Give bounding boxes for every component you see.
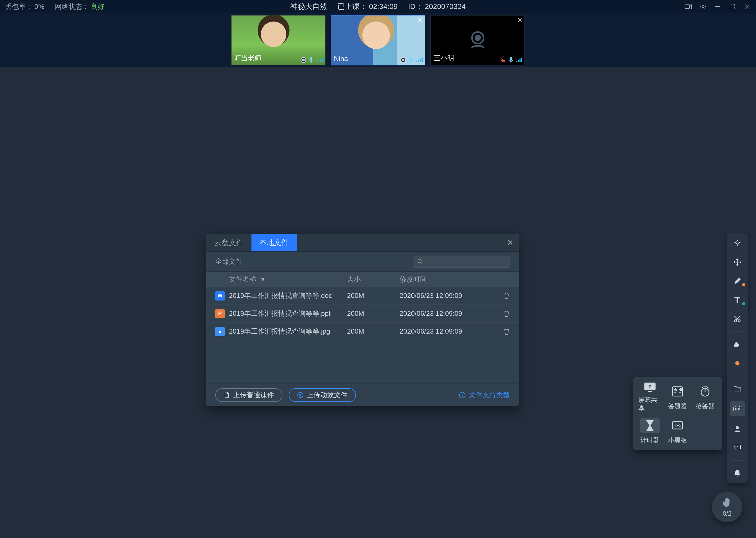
folder-tool[interactable] xyxy=(730,383,745,395)
search-icon xyxy=(417,258,423,265)
fullscreen-icon[interactable] xyxy=(729,3,736,10)
pointer-tool[interactable] xyxy=(730,237,745,249)
signal-icon xyxy=(416,58,423,62)
svg-point-14 xyxy=(735,361,739,365)
close-tile-icon[interactable]: ✕ xyxy=(417,17,423,24)
bell-tool[interactable] xyxy=(730,467,745,479)
eraser-tool[interactable] xyxy=(730,338,745,351)
camera-tile-teacher[interactable]: 叮当老师 xyxy=(231,15,325,65)
camera-strip: 叮当老师 ✕ Nina ✕ 王小明 xyxy=(0,13,756,67)
all-files-label[interactable]: 全部文件 xyxy=(215,257,243,266)
packet-loss-value: 0% xyxy=(34,3,44,11)
tool-rail xyxy=(727,233,748,483)
color-tool[interactable] xyxy=(730,357,745,370)
move-tool[interactable] xyxy=(730,256,745,268)
file-table-header: 文件名称 ▾ 大小 修改时间 xyxy=(206,272,519,287)
delete-file-icon[interactable] xyxy=(484,310,510,317)
svg-point-16 xyxy=(735,408,736,409)
packet-loss-label: 丢包率： xyxy=(5,3,32,11)
col-modified[interactable]: 修改时间 xyxy=(400,275,484,284)
signal-icon xyxy=(316,58,323,62)
pen-tool[interactable] xyxy=(730,275,745,288)
file-modified: 2020/06/23 12:09:09 xyxy=(400,327,484,336)
webcam-on-icon xyxy=(400,57,406,63)
chat-tool[interactable] xyxy=(730,441,745,454)
file-name: 2019年工作汇报情况查询等等.doc xyxy=(229,291,347,300)
play-circle-icon xyxy=(297,392,304,398)
mic-icon xyxy=(309,56,314,63)
webcam-on-icon xyxy=(301,57,306,63)
mini-board[interactable]: 2+3 小黑板 xyxy=(666,417,689,446)
status-dot-icon xyxy=(742,302,745,305)
file-type-icon: P xyxy=(215,309,225,318)
delete-file-icon[interactable] xyxy=(484,328,510,335)
camera-toggle-icon[interactable] xyxy=(685,3,692,10)
participant-name: Nina xyxy=(334,55,348,63)
svg-text:2+3: 2+3 xyxy=(674,423,682,428)
col-size[interactable]: 大小 xyxy=(347,275,400,284)
svg-point-6 xyxy=(475,35,480,40)
file-size: 200M xyxy=(347,327,400,336)
search-input[interactable] xyxy=(413,256,510,268)
mic-icon xyxy=(508,56,513,63)
close-tile-icon[interactable]: ✕ xyxy=(517,17,522,24)
svg-rect-15 xyxy=(734,407,741,411)
minimize-icon[interactable] xyxy=(714,3,721,10)
delete-file-icon[interactable] xyxy=(484,293,510,299)
participant-name: 叮当老师 xyxy=(234,54,261,63)
status-dot-icon xyxy=(742,283,745,286)
hand-raise-chip[interactable]: 0/2 xyxy=(712,492,742,522)
dialog-close-icon[interactable]: ✕ xyxy=(507,234,513,251)
cut-tool[interactable] xyxy=(730,313,745,325)
file-row[interactable]: P2019年工作汇报情况查询等等.ppt200M2020/06/23 12:09… xyxy=(206,305,519,323)
mic-muted-icon xyxy=(500,56,506,63)
sort-down-icon: ▾ xyxy=(261,275,264,283)
elapsed-label: 已上课： xyxy=(338,2,367,11)
timer-tool[interactable]: 计时器 xyxy=(638,417,661,446)
svg-rect-4 xyxy=(410,57,412,61)
text-tool[interactable] xyxy=(730,294,745,306)
participants-tool[interactable] xyxy=(730,422,745,435)
tab-cloud-files[interactable]: 云盘文件 xyxy=(206,234,252,251)
close-window-icon[interactable] xyxy=(743,3,751,10)
file-types-link[interactable]: 文件支持类型 xyxy=(459,390,510,400)
file-row[interactable]: W2019年工作汇报情况查询等等.doc200M2020/06/23 12:09… xyxy=(206,287,519,305)
svg-text:A: A xyxy=(675,388,677,391)
file-row[interactable]: ▲2019年工作汇报情况查询等等.jpg200M2020/06/23 12:09… xyxy=(206,323,519,341)
main-stage: 云盘文件 本地文件 ✕ 全部文件 文件名称 ▾ 大小 修改时间 W2019年工作… xyxy=(0,67,756,538)
file-type-icon: W xyxy=(215,291,225,300)
elapsed-value: 02:34:09 xyxy=(369,2,398,11)
upload-normal-button[interactable]: 上传普通课件 xyxy=(215,388,282,402)
camera-tile-student-1[interactable]: ✕ Nina xyxy=(331,15,425,65)
svg-rect-3 xyxy=(310,57,312,61)
file-modified: 2020/06/23 12:09:09 xyxy=(400,292,484,300)
teaching-tools-popover: 屏幕共享 A B 答题器 抢答器 xyxy=(633,377,722,450)
file-size: 200M xyxy=(347,292,400,300)
class-title: 神秘大自然 xyxy=(290,0,327,13)
file-name: 2019年工作汇报情况查询等等.jpg xyxy=(229,327,347,336)
camera-tile-student-2[interactable]: ✕ 王小明 xyxy=(431,15,525,65)
search-field[interactable] xyxy=(423,258,505,265)
svg-text:B: B xyxy=(680,388,682,391)
svg-point-12 xyxy=(734,320,736,322)
hand-raise-count: 0/2 xyxy=(723,510,731,517)
tab-local-files[interactable]: 本地文件 xyxy=(252,234,297,251)
file-dialog: 云盘文件 本地文件 ✕ 全部文件 文件名称 ▾ 大小 修改时间 W2019年工作… xyxy=(206,234,519,406)
network-status-label: 网络状态： xyxy=(55,3,89,11)
file-type-icon: ▲ xyxy=(215,327,225,336)
rush-answer[interactable]: 抢答器 xyxy=(694,383,717,412)
upload-dynamic-button[interactable]: 上传动效文件 xyxy=(289,388,356,402)
file-icon xyxy=(224,392,230,399)
col-name[interactable]: 文件名称 ▾ xyxy=(229,275,347,284)
hand-icon xyxy=(722,497,732,508)
svg-point-18 xyxy=(736,426,739,429)
answer-tool[interactable]: A B 答题器 xyxy=(666,383,689,412)
svg-point-1 xyxy=(702,6,704,8)
screen-share[interactable]: 屏幕共享 xyxy=(638,383,661,412)
settings-icon[interactable] xyxy=(699,3,707,10)
teaching-tools[interactable] xyxy=(730,402,745,416)
network-status-value: 良好 xyxy=(91,3,105,11)
svg-point-9 xyxy=(418,259,421,263)
top-bar: 丢包率： 0% 网络状态： 良好 神秘大自然 已上课： 02:34:09 ID：… xyxy=(0,0,756,13)
svg-point-17 xyxy=(738,408,739,409)
